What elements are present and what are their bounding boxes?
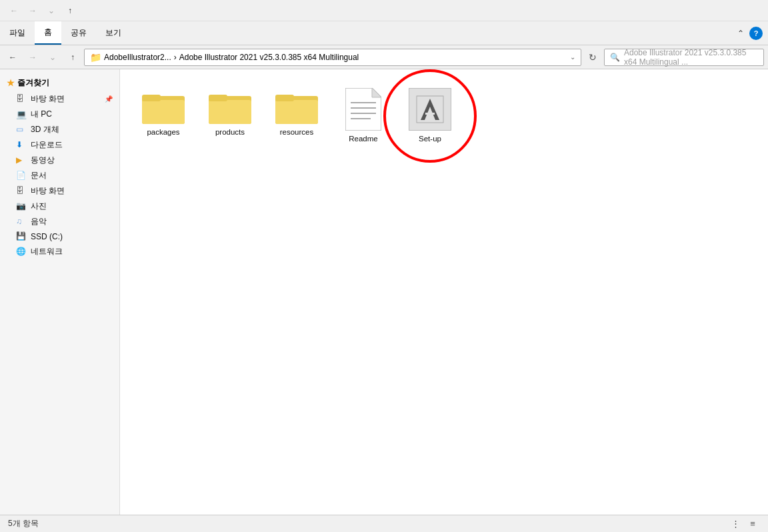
sidebar-item-desktop2[interactable]: 🗄 바탕 화면 — [0, 183, 119, 199]
desktop2-icon: 🗄 — [16, 186, 27, 197]
address-bar: ← → ⌄ ↑ 📁 AdobeIllustrator2... › Adobe I… — [0, 45, 768, 69]
svg-rect-5 — [209, 95, 227, 101]
address-segment2: Adobe Illustrator 2021 v25.3.0.385 x64 M… — [179, 53, 359, 62]
network-icon: 🌐 — [16, 247, 27, 257]
forward-button[interactable]: → — [24, 2, 41, 19]
folder-icon — [209, 88, 251, 124]
svg-rect-7 — [275, 100, 318, 124]
help-button[interactable]: ? — [749, 27, 763, 40]
detail-view-button[interactable]: ≡ — [745, 517, 760, 531]
sidebar-item-pictures[interactable]: 📷 사진 — [0, 199, 119, 214]
cube-icon: ▭ — [16, 125, 27, 135]
svg-rect-4 — [209, 100, 251, 124]
sidebar-item-label: 다운로드 — [31, 139, 63, 151]
sidebar-item-label: 음악 — [31, 216, 47, 227]
nav-recent-button[interactable]: ⌄ — [44, 49, 61, 66]
refresh-button[interactable]: ↻ — [584, 49, 601, 66]
sidebar-item-label: 바탕 화면 — [31, 93, 65, 105]
sidebar-item-documents[interactable]: 📄 문서 — [0, 168, 119, 183]
view-buttons: ⋮ ≡ — [728, 517, 760, 531]
document-icon: 📄 — [16, 171, 27, 181]
file-item-label: products — [215, 128, 245, 136]
sidebar-item-desktop[interactable]: 🗄 바탕 화면 📌 — [0, 91, 119, 107]
folder-icon — [142, 88, 185, 124]
sidebar-item-label: 내 PC — [31, 109, 52, 120]
sidebar-item-music[interactable]: ♫ 음악 — [0, 214, 119, 229]
up-button[interactable]: ↑ — [61, 2, 79, 19]
nav-up-button[interactable]: ↑ — [64, 49, 81, 66]
tab-share[interactable]: 공유 — [61, 21, 96, 45]
sidebar-item-label: 사진 — [31, 201, 47, 212]
sidebar: ★ 즐겨찾기 🗄 바탕 화면 📌 💻 내 PC ▭ 3D 개체 ⬇ 다운로드 ▶… — [0, 69, 120, 515]
file-item-label: Set-up — [419, 135, 441, 143]
back-button[interactable]: ← — [5, 2, 23, 19]
search-placeholder-text: Adobe Illustrator 2021 v25.3.0.385 x64 M… — [624, 48, 758, 67]
sidebar-item-label: 3D 개체 — [31, 124, 59, 135]
search-icon: 🔍 — [610, 53, 620, 62]
sidebar-item-mypc[interactable]: 💻 내 PC — [0, 107, 119, 122]
sidebar-item-videos[interactable]: ▶ 동영상 — [0, 153, 119, 168]
pc-icon: 💻 — [16, 109, 27, 120]
text-file-icon — [345, 88, 381, 131]
adobe-setup-icon — [409, 88, 451, 131]
file-item-resources[interactable]: resources — [267, 83, 327, 148]
collapse-ribbon-button[interactable]: ⌃ — [732, 25, 749, 42]
pin-icon: 📌 — [105, 95, 113, 103]
tab-file[interactable]: 파일 — [0, 21, 35, 45]
nav-back-button[interactable]: ← — [4, 49, 21, 66]
svg-rect-8 — [275, 95, 294, 101]
file-item-readme[interactable]: Readme — [333, 83, 393, 148]
svg-rect-2 — [142, 95, 161, 101]
svg-marker-10 — [372, 88, 381, 97]
desktop-icon: 🗄 — [16, 94, 27, 105]
sidebar-item-downloads[interactable]: ⬇ 다운로드 — [0, 137, 119, 153]
address-dropdown-icon[interactable]: ⌄ — [570, 53, 575, 61]
main-area: ★ 즐겨찾기 🗄 바탕 화면 📌 💻 내 PC ▭ 3D 개체 ⬇ 다운로드 ▶… — [0, 69, 768, 515]
file-area: packages products resources — [120, 69, 768, 515]
quickaccess-label: 즐겨찾기 — [17, 77, 49, 89]
sidebar-item-label: 문서 — [31, 170, 47, 181]
status-bar: 5개 항목 ⋮ ≡ — [0, 515, 768, 532]
sidebar-item-label: SSD (C:) — [31, 232, 63, 241]
address-input[interactable]: 📁 AdobeIllustrator2... › Adobe Illustrat… — [84, 49, 581, 66]
address-folder-icon: 📁 — [90, 52, 101, 63]
title-bar: ← → ⌄ ↑ — [0, 0, 768, 21]
address-sep1: › — [174, 53, 177, 62]
item-count: 5개 항목 — [8, 518, 39, 529]
tab-home[interactable]: 홈 — [35, 21, 61, 45]
tab-view[interactable]: 보기 — [96, 21, 131, 45]
star-icon: ★ — [7, 78, 15, 88]
large-icon-view-button[interactable]: ⋮ — [728, 517, 743, 531]
sidebar-item-label: 바탕 화면 — [31, 185, 65, 197]
nav-forward-button[interactable]: → — [24, 49, 41, 66]
video-icon: ▶ — [16, 155, 27, 166]
adobe-logo-icon — [415, 95, 445, 124]
music-icon: ♫ — [16, 217, 27, 227]
folder-icon — [275, 88, 318, 124]
address-segment1: AdobeIllustrator2... — [104, 53, 171, 62]
svg-rect-1 — [142, 100, 185, 124]
file-item-label: resources — [280, 128, 314, 136]
search-box[interactable]: 🔍 Adobe Illustrator 2021 v25.3.0.385 x64… — [604, 49, 764, 66]
file-item-packages[interactable]: packages — [133, 83, 193, 148]
file-item-products[interactable]: products — [200, 83, 260, 148]
file-item-label: packages — [147, 128, 179, 136]
sidebar-item-label: 동영상 — [31, 155, 55, 166]
svg-rect-17 — [425, 113, 435, 115]
ribbon: 파일 홈 공유 보기 ⌃ ? — [0, 21, 768, 45]
sidebar-item-ssd[interactable]: 💾 SSD (C:) — [0, 229, 119, 244]
sidebar-item-3d[interactable]: ▭ 3D 개체 — [0, 122, 119, 137]
quickaccess-header[interactable]: ★ 즐겨찾기 — [0, 75, 119, 91]
download-icon: ⬇ — [16, 140, 27, 151]
file-item-setup[interactable]: Set-up — [400, 83, 460, 148]
file-item-label: Readme — [349, 135, 377, 143]
recent-button[interactable]: ⌄ — [43, 2, 60, 19]
sidebar-item-network[interactable]: 🌐 네트워크 — [0, 244, 119, 259]
drive-icon: 💾 — [16, 231, 27, 242]
sidebar-item-label: 네트워크 — [31, 246, 63, 257]
pictures-icon: 📷 — [16, 201, 27, 212]
